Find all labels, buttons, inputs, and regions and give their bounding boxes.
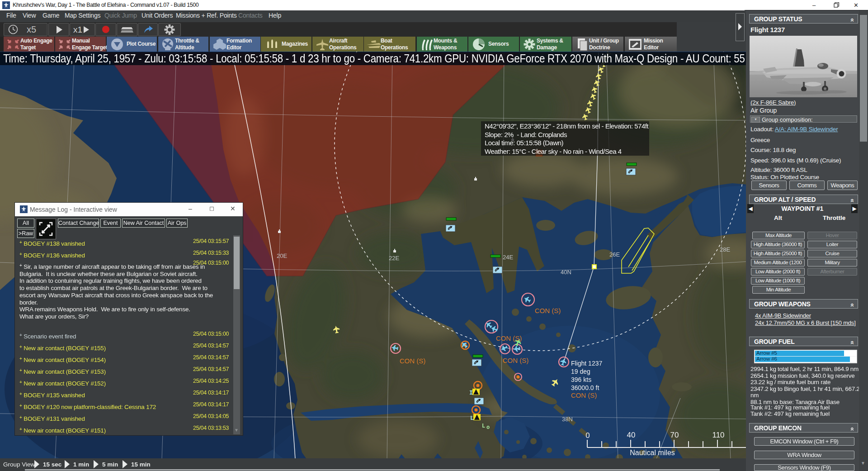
svg-text:Nautical miles: Nautical miles: [630, 449, 675, 457]
svg-text:70: 70: [670, 431, 679, 439]
svg-text:L: L: [482, 423, 485, 429]
svg-text:40N: 40N: [561, 269, 571, 276]
svg-text:Flight 1237: Flight 1237: [571, 360, 602, 367]
svg-text:26E: 26E: [609, 251, 620, 258]
svg-text:110: 110: [712, 431, 724, 439]
svg-text:I: I: [469, 390, 473, 396]
svg-text:o: o: [486, 424, 490, 431]
svg-text:28E: 28E: [720, 246, 730, 253]
svg-text:L: L: [470, 415, 474, 422]
svg-text:396 kts: 396 kts: [571, 376, 591, 383]
svg-text:40: 40: [627, 431, 636, 439]
svg-text:0: 0: [585, 431, 590, 440]
svg-text:CON (S): CON (S): [400, 357, 426, 365]
svg-text:24E: 24E: [503, 254, 513, 261]
svg-text:x5: x5: [27, 24, 36, 34]
svg-text:CON (S): CON (S): [571, 391, 597, 399]
svg-text:36000.0 ft: 36000.0 ft: [571, 384, 599, 391]
svg-text:CON (S): CON (S): [503, 357, 529, 364]
svg-text:CON (S): CON (S): [496, 334, 522, 342]
svg-text:22E: 22E: [389, 255, 399, 262]
svg-text:CON (S): CON (S): [535, 307, 561, 314]
svg-text:19 deg: 19 deg: [571, 368, 590, 375]
svg-text:x1: x1: [73, 25, 82, 34]
svg-text:20E: 20E: [277, 252, 287, 259]
svg-text:38N: 38N: [562, 416, 573, 423]
